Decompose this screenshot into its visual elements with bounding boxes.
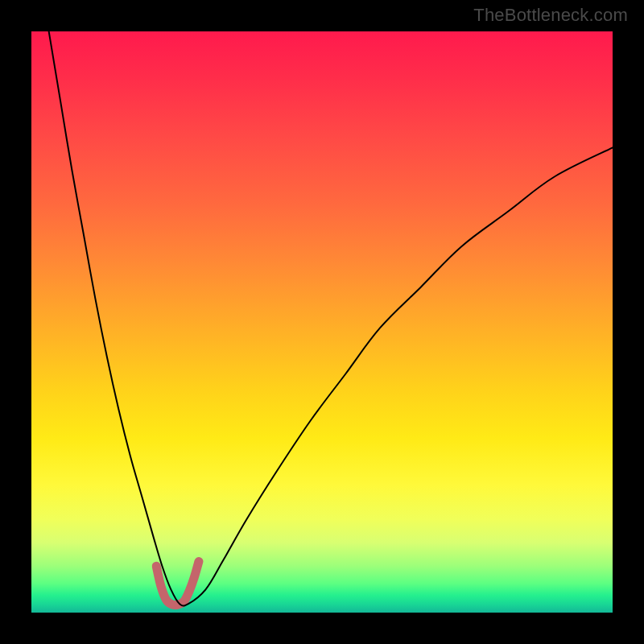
curves-svg — [31, 31, 613, 613]
chart-container: TheBottleneck.com — [0, 0, 644, 644]
watermark-text: TheBottleneck.com — [473, 5, 628, 26]
bottleneck-curve — [49, 31, 613, 606]
plot-area — [31, 31, 613, 613]
